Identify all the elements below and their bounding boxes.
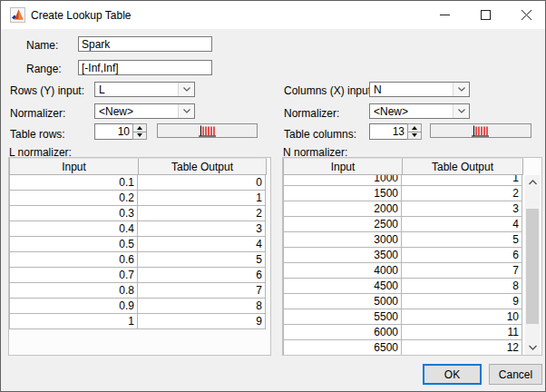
l-normalizer-table[interactable]: Input Table Output 0.100.210.320.430.540…	[8, 157, 271, 356]
range-input[interactable]	[78, 60, 212, 75]
table-cell[interactable]: 8	[402, 279, 522, 294]
scrollbar-down-button[interactable]	[525, 340, 540, 355]
table-row[interactable]: 650012	[283, 340, 523, 355]
table-row[interactable]: 15002	[283, 186, 523, 201]
rows-normalizer-label: Normalizer:	[10, 107, 65, 120]
table-row[interactable]: 40007	[283, 263, 523, 279]
table-row[interactable]: 20003	[283, 201, 523, 217]
spinner-up-button[interactable]	[132, 123, 147, 132]
table-cell[interactable]: 4000	[283, 263, 402, 279]
close-button[interactable]	[506, 1, 546, 28]
table-cell[interactable]: 4500	[283, 279, 402, 294]
table-row[interactable]: 0.54	[9, 237, 267, 252]
table-cell[interactable]: 4	[138, 237, 266, 252]
table-row[interactable]: 45008	[283, 279, 523, 294]
table-header-cell[interactable]: Table Output	[403, 158, 523, 175]
table-row[interactable]: 25004	[283, 217, 523, 232]
table-cell[interactable]: 2500	[283, 217, 402, 232]
table-cell[interactable]: 0.5	[9, 237, 138, 252]
table-cell[interactable]: 6500	[283, 340, 402, 355]
table-row[interactable]: 30005	[283, 232, 523, 248]
table-cell[interactable]: 3000	[283, 232, 402, 248]
spinner-up-button[interactable]	[407, 123, 422, 132]
table-cell[interactable]: 5	[138, 252, 266, 268]
table-cell[interactable]: 11	[402, 325, 522, 340]
table-cell[interactable]: 6	[402, 248, 522, 263]
table-cell[interactable]: 6000	[283, 325, 402, 340]
table-cell[interactable]: 3500	[283, 248, 402, 263]
table-cell[interactable]: 0.8	[9, 283, 138, 299]
table-cell[interactable]: 1000	[283, 175, 402, 186]
table-row[interactable]: 0.98	[9, 299, 267, 314]
columns-input-select[interactable]: N	[369, 82, 470, 97]
maximize-button[interactable]	[465, 1, 506, 28]
table-cell[interactable]: 1	[402, 175, 522, 186]
table-rows-spinner[interactable]	[94, 123, 147, 140]
table-row[interactable]: 0.76	[9, 268, 267, 283]
table-row[interactable]: 0.87	[9, 283, 267, 299]
table-row[interactable]: 19	[9, 314, 267, 329]
spinner-down-button[interactable]	[132, 132, 147, 141]
cancel-button[interactable]: Cancel	[489, 364, 542, 385]
ok-button[interactable]: OK	[423, 364, 482, 385]
table-rows-value[interactable]	[94, 123, 133, 140]
table-cell[interactable]: 3	[402, 201, 522, 217]
table-cell[interactable]: 5	[402, 232, 522, 248]
table-row[interactable]: 10001	[283, 175, 523, 186]
table-cell[interactable]: 9	[138, 314, 266, 329]
table-cell[interactable]: 5000	[283, 294, 402, 309]
table-cell[interactable]: 0.7	[9, 268, 138, 283]
table-cell[interactable]: 12	[402, 340, 522, 355]
table-columns-spinner[interactable]	[369, 123, 422, 140]
table-cell[interactable]: 3	[138, 221, 266, 237]
table-cell[interactable]: 1	[138, 191, 266, 206]
table-cell[interactable]: 2000	[283, 201, 402, 217]
table-row[interactable]: 50009	[283, 294, 523, 309]
table-cell[interactable]: 9	[402, 294, 522, 309]
table-row[interactable]: 0.43	[9, 221, 267, 237]
table-row[interactable]: 550010	[283, 309, 523, 325]
scrollbar-up-button[interactable]	[525, 175, 540, 190]
n-normalizer-table[interactable]: Input Table Output 100011500220003250043…	[282, 157, 542, 356]
table-cell[interactable]: 0.6	[9, 252, 138, 268]
table-columns-value[interactable]	[369, 123, 408, 140]
table-cell[interactable]: 0.2	[9, 191, 138, 206]
table-cell[interactable]: 0.9	[9, 299, 138, 314]
table-header-cell[interactable]: Input	[283, 158, 403, 175]
name-input[interactable]	[78, 36, 212, 52]
row-breakpoints-button[interactable]	[157, 123, 258, 138]
columns-normalizer-select[interactable]: <New>	[369, 103, 470, 119]
table-cell[interactable]: 8	[138, 299, 266, 314]
table-header-cell[interactable]: Input	[9, 158, 139, 175]
table-cell[interactable]: 2	[138, 206, 266, 221]
table-cell[interactable]: 10	[402, 309, 522, 325]
spinner-down-button[interactable]	[407, 132, 422, 141]
table-header-cell[interactable]: Table Output	[139, 158, 267, 175]
minimize-button[interactable]	[424, 1, 465, 28]
rows-normalizer-select[interactable]: <New>	[94, 103, 195, 119]
table-cell[interactable]: 5500	[283, 309, 402, 325]
table-cell[interactable]: 2	[402, 186, 522, 201]
table-cell[interactable]: 0.3	[9, 206, 138, 221]
chevron-down-icon	[453, 83, 469, 96]
table-row[interactable]: 35006	[283, 248, 523, 263]
table-cell[interactable]: 1500	[283, 186, 402, 201]
table-cell[interactable]: 7	[402, 263, 522, 279]
rows-input-select[interactable]: L	[94, 82, 195, 97]
table-cell[interactable]: 4	[402, 217, 522, 232]
table-row[interactable]: 0.21	[9, 191, 267, 206]
table-cell[interactable]: 7	[138, 283, 266, 299]
table-row[interactable]: 0.32	[9, 206, 267, 221]
table-row[interactable]: 0.65	[9, 252, 267, 268]
table-row[interactable]: 600011	[283, 325, 523, 340]
scrollbar-thumb[interactable]	[526, 209, 539, 324]
table-cell[interactable]: 0.1	[9, 175, 138, 191]
table-cell[interactable]: 0	[138, 175, 266, 191]
table-row[interactable]: 0.10	[9, 175, 267, 191]
n-table-scrollbar[interactable]	[525, 175, 540, 355]
titlebar[interactable]: Create Lookup Table	[1, 1, 545, 29]
table-cell[interactable]: 1	[9, 314, 138, 329]
table-cell[interactable]: 6	[138, 268, 266, 283]
column-breakpoints-button[interactable]	[430, 123, 531, 138]
table-cell[interactable]: 0.4	[9, 221, 138, 237]
